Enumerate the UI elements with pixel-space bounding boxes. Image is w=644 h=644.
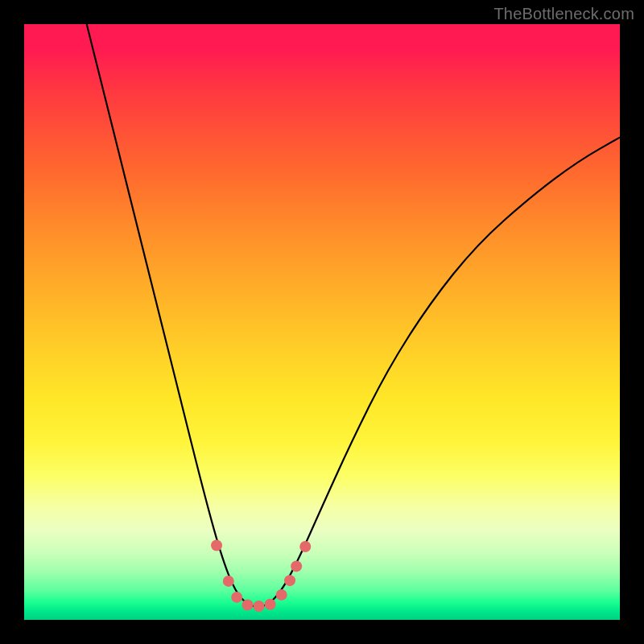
watermark-text: TheBottleneck.com (493, 5, 634, 23)
marker-dot (254, 601, 265, 612)
chart-frame: TheBottleneck.com (0, 0, 644, 644)
marker-dot (231, 592, 242, 603)
marker-dot (223, 576, 234, 587)
marker-dot (265, 599, 276, 610)
marker-dot (284, 575, 295, 586)
marker-dot (276, 589, 287, 601)
marker-dot (242, 600, 254, 611)
marker-group (211, 540, 311, 612)
marker-dot (299, 541, 311, 552)
curve-layer (24, 24, 620, 620)
marker-dot (211, 540, 222, 551)
marker-dot (291, 560, 302, 572)
plot-area (24, 24, 620, 620)
bottleneck-curve (87, 24, 620, 607)
